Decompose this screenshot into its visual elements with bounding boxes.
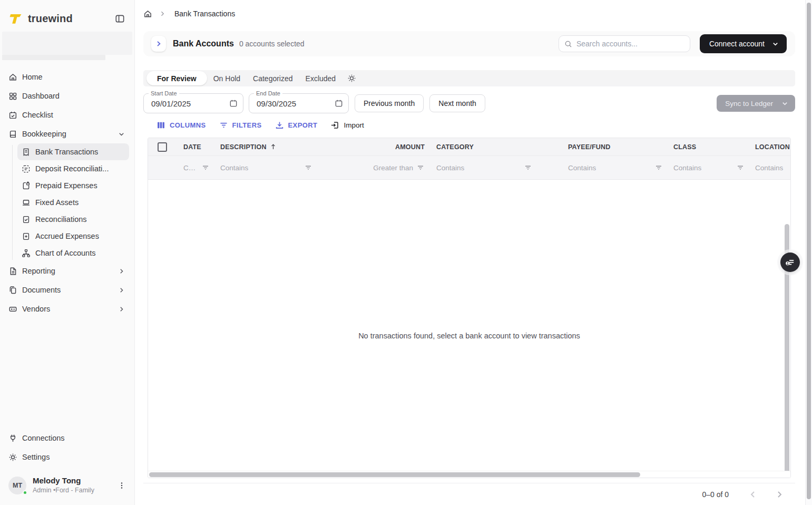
column-header-location[interactable]: LOCATION	[749, 143, 790, 151]
sidebar-item-settings[interactable]: Settings	[5, 448, 129, 467]
chevron-down-icon	[772, 41, 779, 47]
chevron-down-icon	[781, 100, 788, 107]
column-label: CLASS	[673, 143, 696, 151]
sidebar-item-checklist[interactable]: Checklist	[5, 105, 129, 124]
user-profile[interactable]: MT Melody Tong Admin •Ford - Family	[0, 471, 134, 505]
grid-horizontal-scrollbar[interactable]	[149, 472, 640, 477]
dashboard-icon	[8, 92, 17, 101]
chevron-right-icon	[118, 306, 125, 313]
previous-page-button[interactable]	[746, 487, 760, 502]
filter-icon[interactable]	[304, 163, 312, 172]
next-page-button[interactable]	[772, 487, 787, 502]
sidebar-item-reconciliations[interactable]: Reconciliations	[17, 211, 129, 228]
search-accounts-box[interactable]	[559, 35, 690, 52]
filter-cell-category[interactable]: Contains	[430, 163, 562, 172]
sidebar-item-label: Checklist	[22, 111, 53, 119]
filter-icon[interactable]	[736, 163, 745, 172]
column-header-payee-fund[interactable]: PAYEE/FUND	[562, 143, 667, 151]
sidebar-item-bookkeeping[interactable]: Bookkeeping	[5, 124, 129, 143]
column-header-date[interactable]: DATE	[177, 143, 214, 151]
filters-button[interactable]: FILTERS	[219, 121, 262, 130]
sidebar-item-accrued-expenses[interactable]: Accrued Expenses	[17, 228, 129, 245]
user-menu-kebab-icon[interactable]	[118, 481, 126, 490]
sync-to-ledger-button[interactable]: Sync to Ledger	[717, 95, 795, 112]
sidebar-item-reporting[interactable]: Reporting	[5, 261, 129, 280]
tab-for-review[interactable]: For Review	[146, 71, 207, 85]
export-button[interactable]: EXPORT	[275, 121, 318, 130]
transactions-grid: DATE DESCRIPTION AMOUNT CATEGORY PAYEE/F…	[148, 138, 791, 478]
sidebar-item-dashboard[interactable]: Dashboard	[5, 86, 129, 105]
filter-icon[interactable]	[201, 163, 210, 172]
tab-excluded[interactable]: Excluded	[299, 71, 343, 85]
connect-account-button[interactable]: Connect account	[700, 34, 787, 53]
search-accounts-input[interactable]	[576, 40, 684, 48]
avatar-initials: MT	[13, 482, 22, 489]
sidebar-item-connections[interactable]: Connections	[5, 429, 129, 448]
calendar-icon[interactable]	[229, 99, 238, 108]
bookkeeping-icon	[8, 130, 17, 139]
sidebar-item-deposit-reconciliation[interactable]: Deposit Reconciliati...	[17, 160, 129, 177]
filter-icon[interactable]	[654, 163, 663, 172]
breadcrumb-home-icon[interactable]	[143, 9, 152, 18]
filter-cell-amount[interactable]: Greater than	[317, 163, 430, 172]
filter-icon[interactable]	[416, 163, 425, 172]
columns-button[interactable]: COLUMNS	[156, 121, 206, 130]
filter-operator[interactable]: Greater than	[373, 164, 413, 172]
import-button[interactable]: Import	[330, 121, 364, 130]
sidebar-item-fixed-assets[interactable]: Fixed Assets	[17, 194, 129, 211]
filter-cell-description[interactable]: Contains	[214, 163, 317, 172]
start-date-input[interactable]	[151, 99, 229, 108]
column-header-class[interactable]: CLASS	[667, 143, 749, 151]
sidebar-item-label: Chart of Accounts	[35, 249, 95, 257]
end-date-field[interactable]: End Date	[249, 93, 349, 113]
column-header-description[interactable]: DESCRIPTION	[214, 143, 317, 151]
column-label: AMOUNT	[395, 143, 425, 151]
search-icon	[564, 40, 572, 48]
grid-horizontal-scroll-track[interactable]	[148, 471, 790, 478]
tab-categorized[interactable]: Categorized	[247, 71, 299, 85]
sidebar-header: truewind	[0, 0, 134, 29]
calendar-icon[interactable]	[335, 99, 343, 108]
page-scrollbar-thumb[interactable]	[807, 3, 811, 499]
sidebar-item-bank-transactions[interactable]: Bank Transactions	[17, 143, 129, 160]
filter-operator[interactable]: Contains	[568, 164, 651, 172]
column-header-category[interactable]: CATEGORY	[430, 143, 562, 151]
sidebar-collapse-icon[interactable]	[114, 13, 126, 25]
sidebar-item-home[interactable]: Home	[5, 67, 129, 86]
sidebar-spacer	[0, 318, 134, 429]
expand-accounts-button[interactable]	[151, 36, 166, 52]
user-list-icon	[785, 257, 796, 268]
filter-operator[interactable]: Contains	[673, 164, 733, 172]
next-month-button[interactable]: Next month	[429, 94, 485, 112]
previous-month-button[interactable]: Previous month	[355, 94, 424, 112]
sidebar-item-chart-of-accounts[interactable]: Chart of Accounts	[17, 245, 129, 261]
floating-assign-button[interactable]	[780, 252, 800, 272]
sidebar-item-documents[interactable]: Documents	[5, 280, 129, 299]
chevron-right-icon	[118, 287, 125, 294]
tab-settings-gear-icon[interactable]	[346, 73, 357, 84]
tab-on-hold[interactable]: On Hold	[207, 71, 247, 85]
filter-operator[interactable]: Contains	[755, 164, 786, 172]
filter-cell-payee-fund[interactable]: Contains	[562, 163, 667, 172]
filter-cell-class[interactable]: Contains	[667, 163, 749, 172]
page-scrollbar-track[interactable]	[805, 0, 812, 505]
sidebar-item-label: Reconciliations	[35, 215, 87, 224]
sidebar-item-prepaid-expenses[interactable]: Prepaid Expenses	[17, 177, 129, 194]
filter-operator[interactable]: Contains	[183, 164, 198, 172]
breadcrumb: Bank Transactions	[143, 8, 235, 20]
select-all-checkbox[interactable]	[158, 142, 167, 152]
filter-cell-location[interactable]: Contains	[749, 164, 790, 172]
sidebar-footer-nav: Connections Settings	[0, 429, 134, 471]
end-date-input[interactable]	[257, 99, 335, 108]
filter-cell-date[interactable]: Contains	[177, 163, 214, 172]
filter-operator[interactable]: Contains	[436, 164, 521, 172]
start-date-field[interactable]: Start Date	[143, 93, 243, 113]
brand-name: truewind	[28, 13, 73, 25]
sort-asc-icon[interactable]	[269, 143, 277, 151]
filter-operator[interactable]: Contains	[220, 164, 301, 172]
sidebar-item-vendors[interactable]: Vendors	[5, 299, 129, 318]
filter-icon[interactable]	[524, 163, 532, 172]
fixed-assets-icon	[22, 198, 31, 207]
columns-icon	[156, 121, 165, 130]
column-header-amount[interactable]: AMOUNT	[317, 143, 430, 151]
